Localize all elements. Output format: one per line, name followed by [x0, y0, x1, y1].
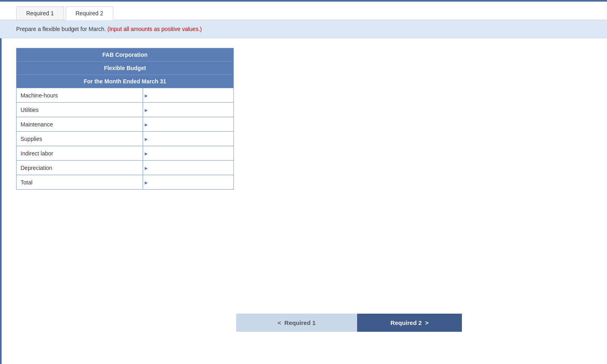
page-container: Required 1 Required 2 Prepare a flexible…: [0, 0, 607, 364]
tab-required2[interactable]: Required 2: [66, 6, 114, 20]
row-input-maintenance[interactable]: [143, 117, 234, 132]
table-header-row-3: For the Month Ended March 31: [17, 75, 234, 88]
instruction-bar: Prepare a flexible budget for March. (In…: [0, 20, 607, 38]
row-label-total: Total: [17, 175, 143, 190]
input-utilities[interactable]: [143, 103, 233, 117]
tab-required1[interactable]: Required 1: [16, 6, 64, 20]
prev-button-label: Required 1: [285, 319, 316, 326]
table-title-2: Flexible Budget: [17, 62, 234, 75]
row-input-total[interactable]: [143, 175, 234, 190]
table-row: Machine-hours: [17, 88, 234, 103]
table-row: Total: [17, 175, 234, 190]
input-supplies[interactable]: [143, 132, 233, 146]
row-input-supplies[interactable]: [143, 132, 234, 146]
next-button-label: Required 2: [391, 319, 422, 326]
table-row: Supplies: [17, 132, 234, 146]
budget-table-wrapper: FAB Corporation Flexible Budget For the …: [16, 48, 234, 190]
prev-chevron-icon: <: [278, 319, 281, 326]
next-button[interactable]: Required 2 >: [357, 314, 462, 332]
row-label-maintenance: Maintenance: [17, 117, 143, 132]
left-accent: [0, 38, 2, 364]
input-total[interactable]: [143, 175, 233, 189]
row-label-depreciation: Depreciation: [17, 161, 143, 175]
row-input-depreciation[interactable]: [143, 161, 234, 175]
input-machine-hours[interactable]: [143, 88, 233, 102]
row-input-indirect-labor[interactable]: [143, 146, 234, 161]
row-label-indirect-labor: Indirect labor: [17, 146, 143, 161]
budget-table: FAB Corporation Flexible Budget For the …: [16, 48, 234, 190]
tabs-row: Required 1 Required 2: [0, 2, 607, 20]
row-input-utilities[interactable]: [143, 103, 234, 117]
nav-buttons: < Required 1 Required 2 >: [236, 314, 462, 332]
row-label-machine-hours: Machine-hours: [17, 88, 143, 103]
main-content: FAB Corporation Flexible Budget For the …: [0, 38, 607, 364]
row-label-utilities: Utilities: [17, 103, 143, 117]
input-depreciation[interactable]: [143, 161, 233, 175]
table-title-1: FAB Corporation: [17, 48, 234, 62]
instruction-highlight: (Input all amounts as positive values.): [107, 26, 202, 32]
input-maintenance[interactable]: [143, 117, 233, 131]
table-title-3: For the Month Ended March 31: [17, 75, 234, 88]
table-header-row-2: Flexible Budget: [17, 62, 234, 75]
input-indirect-labor[interactable]: [143, 146, 233, 160]
row-input-machine-hours[interactable]: [143, 88, 234, 103]
instruction-text: Prepare a flexible budget for March.: [16, 26, 106, 32]
next-chevron-icon: >: [425, 319, 428, 326]
table-row: Utilities: [17, 103, 234, 117]
table-row: Depreciation: [17, 161, 234, 175]
row-label-supplies: Supplies: [17, 132, 143, 146]
table-row: Maintenance: [17, 117, 234, 132]
prev-button[interactable]: < Required 1: [236, 314, 357, 332]
table-row: Indirect labor: [17, 146, 234, 161]
table-header-row-1: FAB Corporation: [17, 48, 234, 62]
